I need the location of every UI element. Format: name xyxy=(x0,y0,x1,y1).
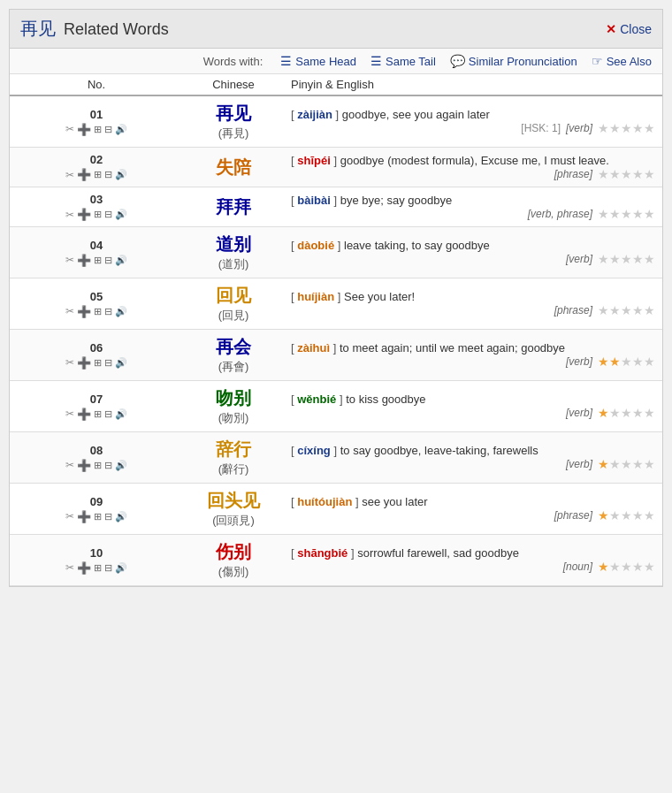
sound-icon[interactable]: 🔊 xyxy=(115,255,127,266)
grid-icon[interactable]: ⊞ xyxy=(94,169,102,180)
plus-icon[interactable]: ➕ xyxy=(77,123,91,136)
table-icon[interactable]: ⊟ xyxy=(104,460,112,471)
sound-icon[interactable]: 🔊 xyxy=(115,562,127,574)
scissors-icon[interactable]: ✂ xyxy=(65,459,74,471)
sound-icon[interactable]: 🔊 xyxy=(115,306,127,317)
star-empty[interactable]: ★ xyxy=(621,303,632,317)
filter-same-head[interactable]: ☰ Same Head xyxy=(280,54,356,68)
scissors-icon[interactable]: ✂ xyxy=(65,408,74,420)
star-empty[interactable]: ★ xyxy=(621,167,632,181)
star-empty[interactable]: ★ xyxy=(632,406,644,420)
star-filled[interactable]: ★ xyxy=(598,457,609,471)
star-empty[interactable]: ★ xyxy=(644,406,655,420)
star-filled[interactable]: ★ xyxy=(598,508,609,522)
table-icon[interactable]: ⊟ xyxy=(104,255,112,266)
star-empty[interactable]: ★ xyxy=(644,508,655,522)
filter-see-also[interactable]: ☞ See Also xyxy=(592,54,652,68)
scissors-icon[interactable]: ✂ xyxy=(65,209,74,221)
table-icon[interactable]: ⊟ xyxy=(104,357,112,369)
star-filled[interactable]: ★ xyxy=(598,355,609,369)
star-empty[interactable]: ★ xyxy=(632,207,644,221)
scissors-icon[interactable]: ✂ xyxy=(65,356,74,369)
sound-icon[interactable]: 🔊 xyxy=(115,357,127,369)
star-empty[interactable]: ★ xyxy=(621,457,632,471)
star-empty[interactable]: ★ xyxy=(621,252,632,266)
plus-icon[interactable]: ➕ xyxy=(77,459,91,472)
table-icon[interactable]: ⊟ xyxy=(104,124,112,135)
star-empty[interactable]: ★ xyxy=(609,406,621,420)
scissors-icon[interactable]: ✂ xyxy=(65,254,74,266)
star-empty[interactable]: ★ xyxy=(632,167,644,181)
star-empty[interactable]: ★ xyxy=(609,457,621,471)
filter-similar-pronunciation[interactable]: 💬 Similar Pronunciation xyxy=(450,54,577,68)
star-empty[interactable]: ★ xyxy=(609,207,621,221)
grid-icon[interactable]: ⊞ xyxy=(94,255,102,266)
star-empty[interactable]: ★ xyxy=(598,167,609,181)
star-filled[interactable]: ★ xyxy=(598,406,609,420)
table-icon[interactable]: ⊟ xyxy=(104,306,112,317)
star-empty[interactable]: ★ xyxy=(609,508,621,522)
plus-icon[interactable]: ➕ xyxy=(77,208,91,221)
star-filled[interactable]: ★ xyxy=(598,560,609,574)
star-empty[interactable]: ★ xyxy=(632,508,644,522)
grid-icon[interactable]: ⊞ xyxy=(94,460,102,471)
plus-icon[interactable]: ➕ xyxy=(77,408,91,421)
star-empty[interactable]: ★ xyxy=(609,252,621,266)
grid-icon[interactable]: ⊞ xyxy=(94,562,102,574)
close-button[interactable]: ✕ Close xyxy=(606,22,652,36)
sound-icon[interactable]: 🔊 xyxy=(115,408,127,420)
star-empty[interactable]: ★ xyxy=(609,167,621,181)
star-empty[interactable]: ★ xyxy=(598,207,609,221)
star-empty[interactable]: ★ xyxy=(632,121,644,135)
sound-icon[interactable]: 🔊 xyxy=(115,124,127,135)
plus-icon[interactable]: ➕ xyxy=(77,356,91,370)
table-icon[interactable]: ⊟ xyxy=(104,169,112,180)
filter-same-tail[interactable]: ☰ Same Tail xyxy=(370,54,436,68)
plus-icon[interactable]: ➕ xyxy=(77,254,91,267)
star-empty[interactable]: ★ xyxy=(621,406,632,420)
grid-icon[interactable]: ⊞ xyxy=(94,306,102,317)
star-empty[interactable]: ★ xyxy=(632,457,644,471)
table-icon[interactable]: ⊟ xyxy=(104,562,112,574)
star-empty[interactable]: ★ xyxy=(609,560,621,574)
star-empty[interactable]: ★ xyxy=(644,167,655,181)
star-empty[interactable]: ★ xyxy=(609,303,621,317)
star-empty[interactable]: ★ xyxy=(644,303,655,317)
scissors-icon[interactable]: ✂ xyxy=(65,510,74,522)
sound-icon[interactable]: 🔊 xyxy=(115,511,127,522)
plus-icon[interactable]: ➕ xyxy=(77,561,91,575)
star-empty[interactable]: ★ xyxy=(621,121,632,135)
star-empty[interactable]: ★ xyxy=(621,560,632,574)
star-empty[interactable]: ★ xyxy=(598,303,609,317)
star-empty[interactable]: ★ xyxy=(621,355,632,369)
star-filled[interactable]: ★ xyxy=(609,355,621,369)
star-empty[interactable]: ★ xyxy=(632,303,644,317)
grid-icon[interactable]: ⊞ xyxy=(94,209,102,220)
star-empty[interactable]: ★ xyxy=(644,121,655,135)
grid-icon[interactable]: ⊞ xyxy=(94,124,102,135)
grid-icon[interactable]: ⊞ xyxy=(94,408,102,420)
star-empty[interactable]: ★ xyxy=(598,252,609,266)
star-empty[interactable]: ★ xyxy=(632,252,644,266)
table-icon[interactable]: ⊟ xyxy=(104,209,112,220)
star-empty[interactable]: ★ xyxy=(644,355,655,369)
star-empty[interactable]: ★ xyxy=(644,457,655,471)
plus-icon[interactable]: ➕ xyxy=(77,305,91,318)
sound-icon[interactable]: 🔊 xyxy=(115,169,127,180)
scissors-icon[interactable]: ✂ xyxy=(65,169,74,181)
grid-icon[interactable]: ⊞ xyxy=(94,357,102,369)
star-empty[interactable]: ★ xyxy=(621,207,632,221)
scissors-icon[interactable]: ✂ xyxy=(65,123,74,135)
star-empty[interactable]: ★ xyxy=(644,252,655,266)
plus-icon[interactable]: ➕ xyxy=(77,168,91,181)
scissors-icon[interactable]: ✂ xyxy=(65,305,74,317)
star-empty[interactable]: ★ xyxy=(598,121,609,135)
table-icon[interactable]: ⊟ xyxy=(104,511,112,522)
grid-icon[interactable]: ⊞ xyxy=(94,511,102,522)
sound-icon[interactable]: 🔊 xyxy=(115,460,127,471)
star-empty[interactable]: ★ xyxy=(632,560,644,574)
sound-icon[interactable]: 🔊 xyxy=(115,209,127,220)
star-empty[interactable]: ★ xyxy=(632,355,644,369)
scissors-icon[interactable]: ✂ xyxy=(65,561,74,574)
star-empty[interactable]: ★ xyxy=(644,560,655,574)
